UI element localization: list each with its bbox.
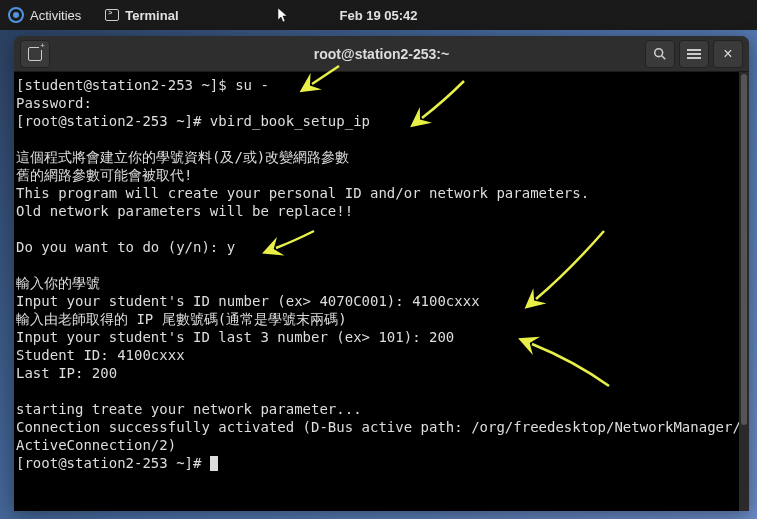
scrollbar[interactable]	[739, 72, 749, 511]
activities-button[interactable]: Activities	[8, 7, 81, 23]
terminal-window: root@station2-253:~ × [student@station2-…	[14, 36, 749, 511]
mouse-cursor-icon	[278, 8, 290, 27]
terminal-line	[16, 382, 747, 400]
svg-point-0	[655, 48, 663, 56]
terminal-line	[16, 130, 747, 148]
app-label: Terminal	[125, 8, 178, 23]
scrollbar-thumb[interactable]	[741, 74, 747, 425]
terminal-line: 輸入你的學號	[16, 274, 747, 292]
terminal-line: This program will create your personal I…	[16, 184, 747, 202]
clock[interactable]: Feb 19 05:42	[339, 8, 417, 23]
new-tab-button[interactable]	[20, 40, 50, 68]
window-title: root@station2-253:~	[314, 46, 449, 62]
activities-icon	[8, 7, 24, 23]
cursor-icon	[210, 456, 218, 471]
titlebar-right: ×	[645, 40, 743, 68]
search-icon	[653, 47, 667, 61]
hamburger-icon	[687, 49, 701, 59]
terminal-line: Old network parameters will be replace!!	[16, 202, 747, 220]
activities-label: Activities	[30, 8, 81, 23]
close-button[interactable]: ×	[713, 40, 743, 68]
terminal-line: Student ID: 4100cxxx	[16, 346, 747, 364]
terminal-icon	[105, 9, 119, 21]
terminal-line: Input your student's ID last 3 number (e…	[16, 328, 747, 346]
terminal-line: Input your student's ID number (ex> 4070…	[16, 292, 747, 310]
terminal-line: [student@station2-253 ~]$ su -	[16, 76, 747, 94]
terminal-line: Do you want to do (y/n): y	[16, 238, 747, 256]
terminal-line: 舊的網路參數可能會被取代!	[16, 166, 747, 184]
terminal-line: starting treate your network parameter..…	[16, 400, 747, 418]
terminal-line: Last IP: 200	[16, 364, 747, 382]
terminal-line: Password:	[16, 94, 747, 112]
gnome-topbar: Activities Terminal Feb 19 05:42	[0, 0, 757, 30]
app-menu[interactable]: Terminal	[105, 8, 178, 23]
terminal-line: 這個程式將會建立你的學號資料(及/或)改變網路參數	[16, 148, 747, 166]
topbar-left: Activities Terminal	[8, 7, 179, 23]
terminal-line	[16, 256, 747, 274]
terminal-output[interactable]: [student@station2-253 ~]$ su -Password: …	[14, 72, 749, 511]
window-titlebar: root@station2-253:~ ×	[14, 36, 749, 72]
new-tab-icon	[28, 47, 42, 61]
svg-line-1	[662, 55, 666, 59]
terminal-line: [root@station2-253 ~]# vbird_book_setup_…	[16, 112, 747, 130]
menu-button[interactable]	[679, 40, 709, 68]
terminal-prompt: [root@station2-253 ~]#	[16, 454, 747, 472]
terminal-line: 輸入由老師取得的 IP 尾數號碼(通常是學號末兩碼)	[16, 310, 747, 328]
close-icon: ×	[723, 45, 732, 63]
search-button[interactable]	[645, 40, 675, 68]
terminal-line: Connection successfully activated (D-Bus…	[16, 418, 747, 454]
terminal-line	[16, 220, 747, 238]
